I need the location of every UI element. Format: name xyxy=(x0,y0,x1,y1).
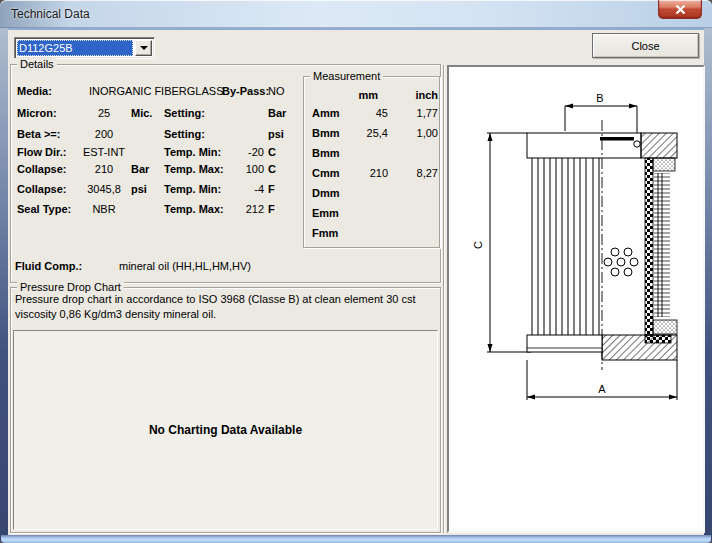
close-button[interactable]: Close xyxy=(592,33,699,58)
temp-max-f-unit: F xyxy=(268,202,296,216)
header-inch: inch xyxy=(394,88,438,102)
bmm2-mm xyxy=(332,146,388,160)
fluid-comp-label: Fluid Comp.: xyxy=(15,259,82,273)
model-combobox[interactable]: D112G25B xyxy=(14,37,155,59)
measurement-row: Amm 45 1,77 xyxy=(304,106,439,120)
measurement-legend: Measurement xyxy=(310,70,383,83)
pressure-chart-description: Pressure drop chart in accordance to ISO… xyxy=(15,292,439,322)
setting-psi-unit: psi xyxy=(268,127,296,141)
dmm-inch xyxy=(394,186,438,200)
drawing-panel: B C xyxy=(447,65,705,533)
header-mm: mm xyxy=(332,88,378,102)
setting-bar-value xyxy=(214,106,264,120)
chevron-down-icon xyxy=(140,46,148,50)
temp-max-f-value: 212 xyxy=(214,202,264,216)
dimension-c: C xyxy=(472,133,531,352)
temp-min-f-unit: F xyxy=(268,182,296,196)
dimension-b: B xyxy=(565,92,637,133)
measurement-row: Dmm xyxy=(304,186,439,200)
dim-c-label: C xyxy=(472,241,484,249)
emm-inch xyxy=(394,206,438,220)
bypass-label: By-Pass: xyxy=(222,84,269,98)
measurement-row: Bmm 25,4 1,00 xyxy=(304,126,439,140)
cmm-mm: 210 xyxy=(332,166,388,180)
media-label: Media: xyxy=(17,84,52,98)
bmm2-inch xyxy=(394,146,438,160)
measurement-groupbox: Measurement mm inch Amm 45 1,77 Bmm 25,4… xyxy=(303,76,440,248)
details-legend: Details xyxy=(17,58,57,71)
temp-max-c-value: 100 xyxy=(214,162,264,176)
bypass-value: NO xyxy=(268,84,285,98)
panel-separator xyxy=(443,65,445,533)
dim-a-label: A xyxy=(598,383,606,395)
measurement-header-row: mm inch xyxy=(304,88,439,102)
technical-data-window: Technical Data D112G25B Close Details Me… xyxy=(0,0,712,543)
dialog-client-area: D112G25B Close Details Media: INORGANIC … xyxy=(8,28,704,535)
media-value: INORGANIC FIBERGLASS xyxy=(89,84,223,98)
dmm-mm xyxy=(332,186,388,200)
pressure-chart-groupbox: Pressure Drop Chart Pressure drop chart … xyxy=(10,287,441,533)
cmm-inch: 8,27 xyxy=(394,166,438,180)
close-icon xyxy=(675,5,686,14)
measurement-row: Emm xyxy=(304,206,439,220)
filter-element-drawing: B C xyxy=(449,67,703,531)
amm-mm: 45 xyxy=(332,106,388,120)
fmm-inch xyxy=(394,226,438,240)
measurement-row: Cmm 210 8,27 xyxy=(304,166,439,180)
setting-psi-value xyxy=(214,127,264,141)
bmm-inch: 1,00 xyxy=(394,126,438,140)
amm-inch: 1,77 xyxy=(394,106,438,120)
filter-cross-section xyxy=(527,120,677,370)
temp-min-c-unit: C xyxy=(268,145,296,159)
model-combobox-value[interactable]: D112G25B xyxy=(17,40,133,56)
emm-mm xyxy=(332,206,388,220)
window-frame-bottom xyxy=(1,535,711,543)
fmm-mm xyxy=(332,226,388,240)
fluid-comp-value: mineral oil (HH,HL,HM,HV) xyxy=(119,259,251,273)
measurement-row: Fmm xyxy=(304,226,439,240)
measurement-row: Bmm xyxy=(304,146,439,160)
model-combobox-dropdown-button[interactable] xyxy=(135,40,152,56)
temp-max-c-unit: C xyxy=(268,162,296,176)
temp-min-c-value: -20 xyxy=(214,145,264,159)
chart-panel: No Charting Data Available xyxy=(13,330,438,530)
perforation-holes xyxy=(604,248,638,276)
titlebar[interactable]: Technical Data xyxy=(0,0,712,28)
setting-bar-unit: Bar xyxy=(268,106,296,120)
dim-b-label: B xyxy=(596,92,603,104)
window-title: Technical Data xyxy=(11,7,90,21)
close-window-button[interactable] xyxy=(658,0,702,19)
details-row-fluid: Fluid Comp.: mineral oil (HH,HL,HM,HV) xyxy=(11,259,440,273)
dimension-a: A xyxy=(527,360,677,400)
bmm-mm: 25,4 xyxy=(332,126,388,140)
temp-min-f-value: -4 xyxy=(214,182,264,196)
no-data-message: No Charting Data Available xyxy=(149,423,302,437)
